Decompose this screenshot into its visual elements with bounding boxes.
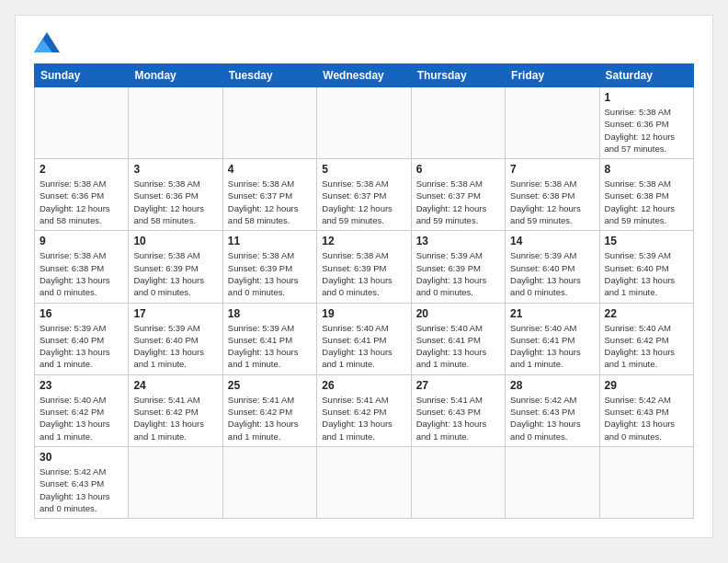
day-number: 21 (510, 307, 594, 320)
weekday-header-tuesday: Tuesday (222, 64, 316, 87)
calendar-cell: 19Sunrise: 5:40 AMSunset: 6:41 PMDayligh… (317, 303, 411, 374)
day-info: Sunrise: 5:40 AMSunset: 6:41 PMDaylight:… (416, 322, 500, 371)
day-info: Sunrise: 5:39 AMSunset: 6:40 PMDaylight:… (510, 249, 594, 298)
weekday-header-thursday: Thursday (411, 64, 505, 87)
day-number: 29 (605, 379, 688, 392)
calendar-cell: 22Sunrise: 5:40 AMSunset: 6:42 PMDayligh… (599, 303, 693, 374)
day-info: Sunrise: 5:40 AMSunset: 6:42 PMDaylight:… (40, 394, 123, 442)
weekday-header-saturday: Saturday (599, 64, 693, 87)
day-info: Sunrise: 5:42 AMSunset: 6:43 PMDaylight:… (40, 465, 123, 514)
calendar-cell: 10Sunrise: 5:38 AMSunset: 6:39 PMDayligh… (129, 231, 222, 303)
day-info: Sunrise: 5:40 AMSunset: 6:41 PMDaylight:… (510, 322, 594, 371)
calendar-cell (317, 446, 411, 518)
calendar-cell: 8Sunrise: 5:38 AMSunset: 6:38 PMDaylight… (599, 159, 693, 231)
calendar-cell: 30Sunrise: 5:42 AMSunset: 6:43 PMDayligh… (35, 446, 129, 518)
day-number: 23 (40, 379, 123, 392)
weekday-header-monday: Monday (129, 64, 222, 87)
day-number: 1 (605, 91, 688, 104)
calendar-cell: 7Sunrise: 5:38 AMSunset: 6:38 PMDaylight… (506, 159, 599, 231)
day-info: Sunrise: 5:38 AMSunset: 6:38 PMDaylight:… (40, 249, 123, 298)
day-number: 9 (40, 235, 123, 247)
calendar-cell: 23Sunrise: 5:40 AMSunset: 6:42 PMDayligh… (35, 374, 129, 446)
day-number: 28 (510, 379, 594, 392)
day-info: Sunrise: 5:38 AMSunset: 6:39 PMDaylight:… (322, 249, 405, 298)
calendar-cell: 13Sunrise: 5:39 AMSunset: 6:39 PMDayligh… (411, 231, 505, 303)
calendar-cell: 3Sunrise: 5:38 AMSunset: 6:36 PMDaylight… (129, 159, 222, 231)
day-info: Sunrise: 5:41 AMSunset: 6:42 PMDaylight:… (228, 394, 312, 442)
day-info: Sunrise: 5:38 AMSunset: 6:39 PMDaylight:… (228, 249, 312, 298)
header (34, 30, 694, 56)
calendar-cell (506, 87, 599, 159)
week-row-6: 30Sunrise: 5:42 AMSunset: 6:43 PMDayligh… (35, 446, 694, 518)
day-number: 30 (40, 451, 123, 464)
weekday-header-sunday: Sunday (35, 64, 129, 87)
calendar-cell: 17Sunrise: 5:39 AMSunset: 6:40 PMDayligh… (129, 303, 222, 374)
week-row-1: 1Sunrise: 5:38 AMSunset: 6:36 PMDaylight… (35, 87, 694, 159)
calendar-cell: 18Sunrise: 5:39 AMSunset: 6:41 PMDayligh… (222, 303, 316, 374)
week-row-2: 2Sunrise: 5:38 AMSunset: 6:36 PMDaylight… (35, 159, 694, 231)
day-info: Sunrise: 5:38 AMSunset: 6:36 PMDaylight:… (605, 106, 688, 155)
calendar-table: SundayMondayTuesdayWednesdayThursdayFrid… (34, 63, 694, 519)
calendar-cell: 12Sunrise: 5:38 AMSunset: 6:39 PMDayligh… (317, 231, 411, 303)
calendar-cell: 26Sunrise: 5:41 AMSunset: 6:42 PMDayligh… (317, 374, 411, 446)
day-info: Sunrise: 5:38 AMSunset: 6:37 PMDaylight:… (322, 178, 405, 226)
weekday-header-wednesday: Wednesday (317, 64, 411, 87)
calendar-cell: 27Sunrise: 5:41 AMSunset: 6:43 PMDayligh… (411, 374, 505, 446)
calendar-cell (599, 446, 693, 518)
day-number: 6 (416, 163, 500, 176)
calendar-cell: 25Sunrise: 5:41 AMSunset: 6:42 PMDayligh… (222, 374, 316, 446)
calendar-cell: 11Sunrise: 5:38 AMSunset: 6:39 PMDayligh… (222, 231, 316, 303)
day-info: Sunrise: 5:38 AMSunset: 6:39 PMDaylight:… (133, 249, 217, 298)
day-number: 20 (416, 307, 500, 320)
day-number: 12 (322, 235, 405, 247)
calendar-page: SundayMondayTuesdayWednesdayThursdayFrid… (15, 15, 713, 538)
day-info: Sunrise: 5:42 AMSunset: 6:43 PMDaylight:… (605, 394, 688, 442)
week-row-5: 23Sunrise: 5:40 AMSunset: 6:42 PMDayligh… (35, 374, 694, 446)
calendar-cell: 20Sunrise: 5:40 AMSunset: 6:41 PMDayligh… (411, 303, 505, 374)
day-number: 8 (605, 163, 688, 176)
calendar-cell: 5Sunrise: 5:38 AMSunset: 6:37 PMDaylight… (317, 159, 411, 231)
day-info: Sunrise: 5:38 AMSunset: 6:36 PMDaylight:… (133, 178, 217, 226)
day-info: Sunrise: 5:38 AMSunset: 6:38 PMDaylight:… (605, 178, 688, 226)
calendar-cell: 14Sunrise: 5:39 AMSunset: 6:40 PMDayligh… (506, 231, 599, 303)
day-info: Sunrise: 5:39 AMSunset: 6:40 PMDaylight:… (605, 249, 688, 298)
day-number: 24 (133, 379, 217, 392)
day-number: 11 (228, 235, 312, 247)
calendar-cell: 16Sunrise: 5:39 AMSunset: 6:40 PMDayligh… (35, 303, 129, 374)
day-number: 15 (605, 235, 688, 247)
day-info: Sunrise: 5:40 AMSunset: 6:41 PMDaylight:… (322, 322, 405, 371)
calendar-cell: 24Sunrise: 5:41 AMSunset: 6:42 PMDayligh… (129, 374, 222, 446)
day-number: 19 (322, 307, 405, 320)
day-info: Sunrise: 5:41 AMSunset: 6:43 PMDaylight:… (416, 394, 500, 442)
week-row-3: 9Sunrise: 5:38 AMSunset: 6:38 PMDaylight… (35, 231, 694, 303)
day-info: Sunrise: 5:39 AMSunset: 6:39 PMDaylight:… (416, 249, 500, 298)
day-info: Sunrise: 5:40 AMSunset: 6:42 PMDaylight:… (605, 322, 688, 371)
day-number: 13 (416, 235, 500, 247)
calendar-cell (506, 446, 599, 518)
calendar-cell: 21Sunrise: 5:40 AMSunset: 6:41 PMDayligh… (506, 303, 599, 374)
day-number: 16 (40, 307, 123, 320)
day-info: Sunrise: 5:38 AMSunset: 6:37 PMDaylight:… (228, 178, 312, 226)
calendar-cell (129, 446, 222, 518)
calendar-cell: 2Sunrise: 5:38 AMSunset: 6:36 PMDaylight… (35, 159, 129, 231)
day-number: 3 (133, 163, 217, 176)
calendar-cell (129, 87, 222, 159)
week-row-4: 16Sunrise: 5:39 AMSunset: 6:40 PMDayligh… (35, 303, 694, 374)
day-number: 14 (510, 235, 594, 247)
calendar-cell (411, 87, 505, 159)
logo (34, 30, 63, 56)
day-number: 4 (228, 163, 312, 176)
calendar-cell: 1Sunrise: 5:38 AMSunset: 6:36 PMDaylight… (599, 87, 693, 159)
calendar-cell: 4Sunrise: 5:38 AMSunset: 6:37 PMDaylight… (222, 159, 316, 231)
day-number: 7 (510, 163, 594, 176)
day-info: Sunrise: 5:39 AMSunset: 6:40 PMDaylight:… (40, 322, 123, 371)
day-number: 18 (228, 307, 312, 320)
day-number: 17 (133, 307, 217, 320)
weekday-header-row: SundayMondayTuesdayWednesdayThursdayFrid… (35, 64, 694, 87)
calendar-cell: 15Sunrise: 5:39 AMSunset: 6:40 PMDayligh… (599, 231, 693, 303)
day-info: Sunrise: 5:38 AMSunset: 6:37 PMDaylight:… (416, 178, 500, 226)
calendar-cell: 29Sunrise: 5:42 AMSunset: 6:43 PMDayligh… (599, 374, 693, 446)
day-info: Sunrise: 5:38 AMSunset: 6:38 PMDaylight:… (510, 178, 594, 226)
day-info: Sunrise: 5:39 AMSunset: 6:41 PMDaylight:… (228, 322, 312, 371)
day-number: 27 (416, 379, 500, 392)
